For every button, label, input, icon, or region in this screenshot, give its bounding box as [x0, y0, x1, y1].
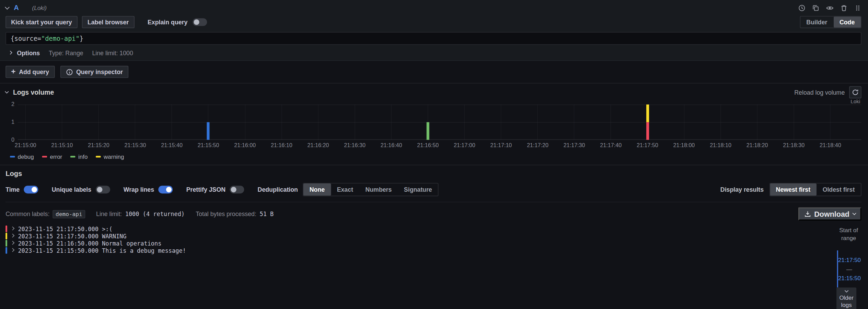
deduplication-group: NoneExactNumbersSignature	[303, 183, 439, 197]
x-tick-label: 21:15:50	[198, 142, 219, 148]
unique-labels-toggle[interactable]	[96, 186, 110, 194]
chevron-down-icon	[5, 90, 9, 93]
logs-volume-chart: 2 1 0 21:15:0021:15:1021:15:2021:15:3021…	[5, 105, 861, 150]
log-row[interactable]: 2023-11-15 21:15:50.000 This is a debug …	[5, 247, 836, 254]
logs-volume-collapse-toggle[interactable]: Logs volume	[5, 88, 54, 96]
deduplication-label: Deduplication	[258, 186, 298, 193]
explain-query-toggle[interactable]	[193, 18, 207, 26]
log-line-text: 2023-11-15 21:15:50.000 This is a debug …	[18, 247, 186, 253]
query-code-editor[interactable]: {source="demo-api"}	[5, 32, 861, 45]
logs-navigation: Start of range 21:17:50 — 21:15:50 Older…	[836, 225, 861, 309]
legend-dash	[10, 156, 15, 157]
add-query-label: Add query	[19, 69, 49, 75]
x-tick-label: 21:18:00	[673, 142, 695, 148]
expand-chevron-icon[interactable]	[11, 248, 14, 252]
x-tick-label: 21:17:40	[600, 142, 622, 148]
log-rows: 2023-11-15 21:17:50.000 >:(2023-11-15 21…	[5, 225, 836, 309]
legend-item-warning[interactable]: warning	[96, 153, 124, 159]
bar-error[interactable]	[646, 122, 649, 140]
copy-icon[interactable]	[812, 4, 819, 11]
dedup-option-signature[interactable]: Signature	[398, 183, 438, 195]
chevron-down-icon	[852, 211, 856, 215]
add-query-button[interactable]: + Add query	[5, 66, 55, 78]
expand-chevron-icon[interactable]	[11, 234, 14, 237]
bars-layer	[25, 105, 830, 140]
bar-warning[interactable]	[646, 105, 649, 122]
total-bytes-value: 51 B	[260, 211, 274, 217]
logs-title: Logs	[5, 170, 861, 178]
grip-icon[interactable]	[854, 4, 861, 11]
log-page-range[interactable]: 21:17:50 — 21:15:50	[837, 251, 860, 288]
x-tick-label: 21:16:00	[234, 142, 256, 148]
reload-log-volume-label: Reload log volume	[794, 89, 845, 95]
logs-controls: Time Unique labels Wrap lines Prettify J…	[5, 183, 861, 202]
kick-start-query-button[interactable]: Kick start your query	[5, 16, 78, 28]
eye-icon[interactable]	[826, 4, 834, 11]
legend-item-debug[interactable]: debug	[10, 153, 34, 159]
time-toggle[interactable]	[24, 186, 38, 194]
chevron-right-icon	[8, 51, 12, 55]
query-options-row[interactable]: Options Type: Range Line limit: 1000	[5, 49, 861, 57]
query-ref-id[interactable]: A	[14, 4, 19, 12]
plot-area[interactable]	[18, 105, 861, 140]
editor-mode-option-code[interactable]: Code	[833, 16, 861, 27]
query-inspector-button[interactable]: Query inspector	[60, 66, 128, 78]
logs-volume-actions: Reload log volume	[794, 86, 861, 98]
query-inspector-label: Query inspector	[76, 69, 123, 75]
dedup-option-exact[interactable]: Exact	[331, 183, 359, 195]
level-indicator-warning	[5, 233, 7, 239]
sync-icon	[852, 89, 858, 95]
range-separator: —	[838, 264, 860, 273]
toggle-knob	[32, 187, 37, 192]
trash-icon[interactable]	[840, 4, 847, 11]
expand-chevron-icon[interactable]	[11, 241, 14, 245]
log-row[interactable]: 2023-11-15 21:17:50.000 >:(	[5, 225, 836, 232]
x-tick-label: 21:17:50	[637, 142, 658, 148]
expand-chevron-icon[interactable]	[11, 227, 14, 230]
range-top-time: 21:17:50	[838, 255, 860, 264]
bar-info[interactable]	[427, 122, 429, 140]
plot-column: 21:15:0021:15:1021:15:2021:15:3021:15:40…	[18, 105, 861, 150]
legend-item-error[interactable]: error	[42, 153, 62, 159]
download-label: Download	[814, 210, 849, 218]
common-labels-item: Common labels: demo-api	[5, 210, 85, 218]
y-tick-label: 0	[11, 137, 14, 143]
time-label: Time	[5, 186, 20, 193]
prettify-json-toggle[interactable]	[230, 186, 244, 194]
level-indicator-info	[5, 240, 7, 246]
query-text-prefix: {source=	[11, 35, 41, 43]
download-button[interactable]: Download	[798, 207, 861, 221]
log-row[interactable]: 2023-11-15 21:16:50.000 Normal operation…	[5, 239, 836, 247]
x-tick-label: 21:15:40	[161, 142, 183, 148]
common-labels-badge[interactable]: demo-api	[53, 210, 85, 218]
legend-dash	[42, 156, 47, 157]
line-limit-label: Line limit:	[96, 211, 122, 217]
logs-body: 2023-11-15 21:17:50.000 >:(2023-11-15 21…	[5, 225, 861, 309]
history-icon[interactable]	[798, 4, 806, 11]
wrap-lines-toggle[interactable]	[159, 186, 173, 194]
x-tick-label: 21:18:10	[710, 142, 731, 148]
editor-mode-option-builder[interactable]: Builder	[800, 16, 834, 27]
x-tick-label: 21:16:40	[381, 142, 402, 148]
legend-label: info	[78, 153, 88, 159]
log-row[interactable]: 2023-11-15 21:17:50.000 WARNING	[5, 232, 836, 239]
legend-item-info[interactable]: info	[70, 153, 88, 159]
chart-legend: debugerrorinfowarning	[10, 153, 861, 159]
y-tick-label: 1	[11, 119, 14, 125]
prettify-json-label: Prettify JSON	[186, 186, 225, 193]
dedup-option-none[interactable]: None	[303, 183, 331, 195]
older-logs-button[interactable]: Older logs	[836, 287, 856, 309]
display-results-option-newest-first[interactable]: Newest first	[770, 183, 817, 195]
legend-dash	[96, 156, 101, 157]
dedup-option-numbers[interactable]: Numbers	[359, 183, 398, 195]
label-browser-button[interactable]: Label browser	[82, 16, 135, 28]
reload-log-volume-button[interactable]	[849, 86, 861, 98]
query-collapse-toggle[interactable]	[5, 7, 9, 9]
x-tick-label: 21:15:00	[15, 142, 36, 148]
options-type: Type: Range	[49, 49, 83, 56]
logs-section: Logs Time Unique labels Wrap lines Prett…	[0, 165, 868, 309]
wrap-lines-label: Wrap lines	[124, 186, 154, 193]
display-results-option-oldest-first[interactable]: Oldest first	[817, 183, 861, 195]
bar-debug[interactable]	[207, 122, 210, 140]
options-line-limit: Line limit: 1000	[92, 49, 133, 56]
